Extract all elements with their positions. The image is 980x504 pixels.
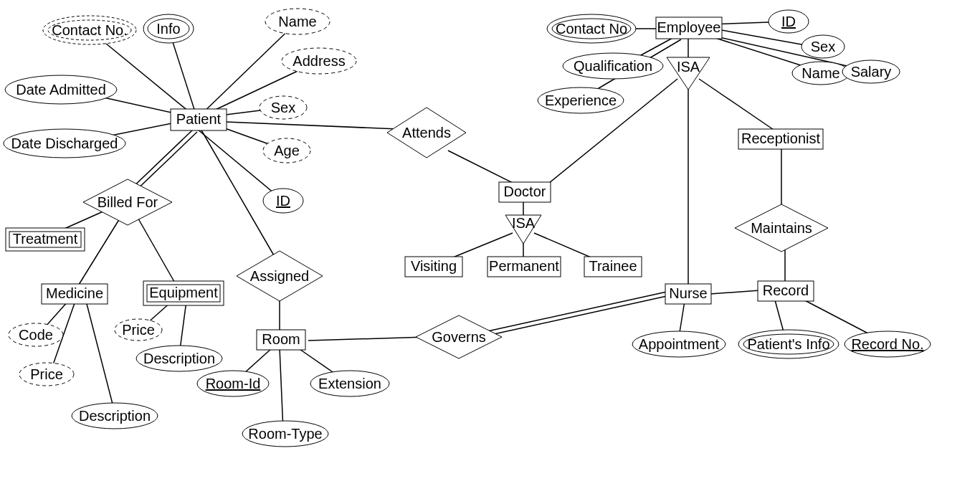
svg-text:Doctor: Doctor bbox=[504, 184, 546, 199]
svg-line-13 bbox=[136, 215, 179, 290]
svg-text:Record: Record bbox=[763, 282, 809, 298]
svg-line-25 bbox=[448, 151, 520, 186]
attr-record-patient-info: Patient's Info bbox=[738, 330, 839, 358]
shapes: Contact No. Info Name Address Date Admit… bbox=[4, 9, 931, 447]
svg-text:Age: Age bbox=[274, 143, 300, 158]
svg-line-22 bbox=[280, 348, 283, 430]
svg-text:Equipment: Equipment bbox=[149, 285, 218, 300]
svg-text:Price: Price bbox=[30, 366, 63, 382]
attr-emp-name: Name bbox=[792, 62, 850, 85]
isa-doctor: ISA bbox=[505, 215, 541, 244]
svg-text:Room-Id: Room-Id bbox=[206, 376, 261, 391]
svg-text:Date Discharged: Date Discharged bbox=[11, 135, 118, 151]
svg-text:Patient: Patient bbox=[176, 111, 222, 127]
svg-text:Attends: Attends bbox=[402, 125, 451, 141]
svg-line-12 bbox=[75, 215, 122, 290]
svg-text:Code: Code bbox=[19, 327, 53, 343]
svg-line-10 bbox=[131, 132, 197, 195]
svg-text:Sex: Sex bbox=[271, 100, 295, 115]
svg-text:ID: ID bbox=[781, 14, 796, 29]
attr-med-code: Code bbox=[9, 323, 63, 346]
svg-text:Appointment: Appointment bbox=[639, 336, 720, 352]
attr-eq-price: Price bbox=[115, 319, 162, 341]
svg-line-46 bbox=[487, 296, 667, 336]
svg-text:ID: ID bbox=[276, 193, 290, 209]
svg-text:Price: Price bbox=[122, 322, 155, 338]
attr-emp-contact-no: Contact No bbox=[547, 14, 636, 43]
svg-text:Record No.: Record No. bbox=[851, 336, 923, 352]
svg-text:ISA: ISA bbox=[677, 59, 700, 75]
attr-nurse-appointment: Appointment bbox=[632, 331, 726, 357]
attr-med-price: Price bbox=[19, 363, 74, 386]
entity-receptionist: Receptionist bbox=[738, 129, 823, 149]
svg-text:Contact No.: Contact No. bbox=[52, 22, 128, 38]
svg-text:Medicine: Medicine bbox=[46, 285, 103, 301]
attr-patient-date-discharged: Date Discharged bbox=[4, 129, 125, 158]
entity-record: Record bbox=[758, 281, 814, 301]
svg-text:Date Admitted: Date Admitted bbox=[16, 82, 106, 98]
attr-patient-id: ID bbox=[263, 189, 303, 213]
svg-text:Patient's Info: Patient's Info bbox=[748, 336, 830, 352]
attr-record-no: Record No. bbox=[845, 331, 931, 357]
attr-emp-id: ID bbox=[769, 10, 809, 33]
attr-emp-sex: Sex bbox=[801, 35, 845, 58]
entity-permanent: Permanent bbox=[487, 257, 561, 277]
attr-med-desc: Description bbox=[72, 403, 158, 429]
svg-text:Billed For: Billed For bbox=[97, 194, 158, 210]
entity-equipment: Equipment bbox=[143, 281, 224, 305]
svg-text:Governs: Governs bbox=[432, 329, 486, 345]
svg-line-48 bbox=[308, 337, 427, 341]
svg-text:Salary: Salary bbox=[851, 64, 892, 80]
svg-text:Permanent: Permanent bbox=[489, 258, 559, 274]
svg-text:Treatment: Treatment bbox=[13, 231, 78, 247]
svg-text:Description: Description bbox=[79, 408, 151, 424]
entity-nurse: Nurse bbox=[665, 284, 711, 304]
svg-line-33 bbox=[699, 79, 778, 133]
svg-text:Info: Info bbox=[156, 21, 180, 37]
entity-trainee: Trainee bbox=[584, 257, 642, 277]
attr-patient-contact-no: Contact No. bbox=[43, 16, 136, 44]
entity-room: Room bbox=[257, 330, 305, 350]
svg-text:ISA: ISA bbox=[512, 215, 536, 231]
attr-room-id: Room-Id bbox=[197, 371, 269, 396]
svg-text:Assigned: Assigned bbox=[250, 268, 309, 284]
svg-text:Extension: Extension bbox=[318, 376, 381, 391]
svg-text:Visiting: Visiting bbox=[411, 258, 457, 274]
svg-text:Address: Address bbox=[292, 53, 345, 69]
attr-patient-address: Address bbox=[282, 48, 356, 74]
svg-text:Name: Name bbox=[278, 14, 316, 29]
attr-emp-salary: Salary bbox=[842, 60, 900, 83]
svg-line-9 bbox=[128, 129, 194, 192]
attr-room-ext: Extension bbox=[310, 371, 389, 396]
svg-text:Nurse: Nurse bbox=[669, 285, 707, 301]
svg-text:Trainee: Trainee bbox=[589, 258, 637, 274]
entity-visiting: Visiting bbox=[405, 257, 462, 277]
svg-text:Maintains: Maintains bbox=[751, 220, 812, 236]
attr-patient-info: Info bbox=[143, 14, 194, 43]
rel-governs: Governs bbox=[416, 315, 502, 358]
attr-emp-experience: Experience bbox=[538, 87, 624, 113]
entity-medicine: Medicine bbox=[42, 284, 108, 304]
svg-line-8 bbox=[197, 129, 283, 201]
svg-text:Room: Room bbox=[262, 331, 300, 347]
svg-line-45 bbox=[487, 292, 667, 331]
svg-text:Receptionist: Receptionist bbox=[741, 130, 821, 146]
attr-patient-age: Age bbox=[263, 138, 310, 163]
attr-patient-date-admitted: Date Admitted bbox=[5, 75, 117, 104]
svg-line-24 bbox=[226, 122, 398, 129]
svg-text:Description: Description bbox=[143, 351, 215, 366]
rel-maintains: Maintains bbox=[735, 204, 828, 252]
rel-billed-for: Billed For bbox=[83, 179, 172, 225]
entity-doctor: Doctor bbox=[499, 182, 551, 202]
rel-assigned: Assigned bbox=[237, 251, 323, 301]
entity-patient: Patient bbox=[171, 109, 227, 130]
attr-emp-qualification: Qualification bbox=[563, 53, 663, 79]
svg-line-47 bbox=[710, 290, 760, 294]
svg-text:Experience: Experience bbox=[545, 92, 617, 108]
svg-text:Qualification: Qualification bbox=[574, 58, 652, 74]
entity-employee: Employee bbox=[656, 17, 722, 39]
svg-line-16 bbox=[86, 301, 115, 412]
svg-text:Contact No: Contact No bbox=[556, 21, 627, 37]
svg-text:Employee: Employee bbox=[657, 19, 721, 35]
rel-attends: Attends bbox=[387, 108, 466, 158]
